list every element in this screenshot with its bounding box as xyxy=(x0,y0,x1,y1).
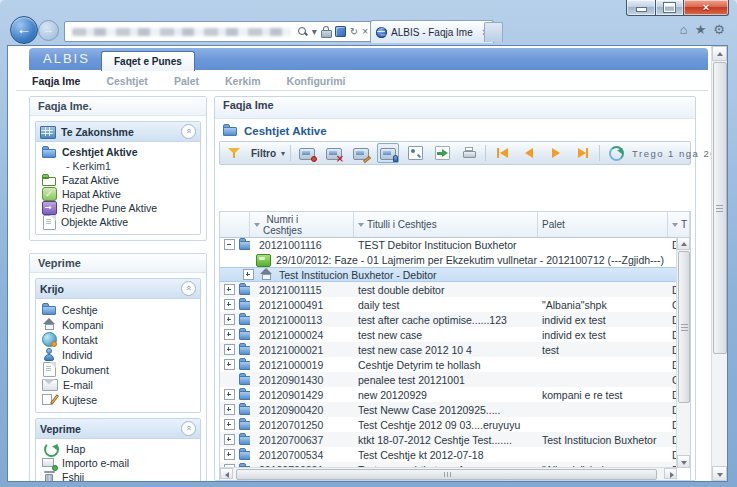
expand-node-icon[interactable] xyxy=(224,419,235,430)
first-page-button[interactable] xyxy=(491,143,513,163)
expand-node-icon[interactable] xyxy=(224,314,235,325)
sidebar-item-ceshtjet-aktive[interactable]: Ceshtjet Aktive xyxy=(42,145,196,159)
expand-node-icon[interactable] xyxy=(224,299,235,310)
back-button[interactable]: ← xyxy=(10,16,38,44)
expand-node-icon[interactable] xyxy=(243,269,254,280)
sidebar-item-rrjedhe-pune-aktive[interactable]: Rrjedhe Pune Aktive xyxy=(42,201,196,215)
case-assign-button[interactable] xyxy=(377,143,399,163)
sidebar-item-dokument[interactable]: Dokument xyxy=(42,362,196,377)
case-delete-button[interactable] xyxy=(323,143,345,163)
sidebar-item-hapat-aktive[interactable]: Hapat Aktive xyxy=(42,187,196,201)
filtro-caret-icon[interactable]: ▾ xyxy=(281,149,285,158)
case-row[interactable]: 20120900420Test Neww Case 20120925.....D… xyxy=(220,402,690,417)
group-te-zakonshme-header[interactable]: Te Zakonshme « xyxy=(36,122,200,142)
group-krijo-header[interactable]: Krijo« xyxy=(36,279,200,299)
home-icon[interactable]: ⌂ xyxy=(680,20,688,40)
compatibility-view-icon[interactable] xyxy=(335,26,346,37)
sidebar-item-individ[interactable]: Individ xyxy=(42,347,196,362)
menu-item-faqja-ime[interactable]: Faqja Ime xyxy=(32,75,80,87)
case-row[interactable]: 20121000019Ceshtje Detyrim te hollashDe xyxy=(220,357,690,372)
sidebar-item-ceshtje[interactable]: Ceshtje xyxy=(42,302,196,317)
scroll-down-button[interactable] xyxy=(677,455,690,468)
expand-node-icon[interactable] xyxy=(224,359,235,370)
sidebar-item-e-mail[interactable]: E-mail xyxy=(42,377,196,392)
export-button[interactable] xyxy=(431,143,453,163)
collapse-chevron-icon[interactable]: « xyxy=(181,124,196,139)
browser-vscroll-thumb[interactable] xyxy=(713,62,727,354)
scroll-down-button[interactable] xyxy=(712,466,727,481)
search-icon[interactable] xyxy=(297,26,308,37)
column-header-numri-i-ceshtjes[interactable]: Numri i Ceshtjes xyxy=(250,212,354,237)
faze-row[interactable]: 29/10/2012: Faze - 01 Lajmerim per Ekzek… xyxy=(220,252,690,267)
sidebar-item-fshij[interactable]: Fshij xyxy=(42,470,196,481)
new-tab-button[interactable] xyxy=(484,22,503,42)
sidebar-item-importo-e-mail[interactable]: Importo e-mail xyxy=(42,456,196,470)
ceshtjet-aktive-link[interactable]: Ceshtjet Aktive xyxy=(244,125,327,137)
stop-icon[interactable]: × xyxy=(362,23,368,40)
refresh-page-icon[interactable]: ↻ xyxy=(350,23,358,40)
case-row[interactable]: 20120901429new 20120929kompani e re test… xyxy=(220,387,690,402)
search-dropdown-icon[interactable]: ▾ xyxy=(312,23,317,40)
favorites-icon[interactable]: ★ xyxy=(695,20,707,40)
case-row[interactable]: 20120901430penalee test 20121001Gj xyxy=(220,372,690,387)
scroll-up-button[interactable] xyxy=(712,46,727,61)
refresh-button[interactable] xyxy=(605,143,627,163)
case-row[interactable]: 20121000021test new case 2012 10 4testDe xyxy=(220,342,690,357)
menu-item-kerkim[interactable]: Kerkim xyxy=(225,75,261,87)
collapse-chevron-icon[interactable]: « xyxy=(181,421,196,436)
menu-item-konfigurimi[interactable]: Konfigurimi xyxy=(287,75,346,87)
filtro-dropdown-label[interactable]: Filtro xyxy=(251,148,276,159)
next-page-button[interactable] xyxy=(545,143,567,163)
workspace-tab[interactable]: Faqet e Punes xyxy=(101,51,195,71)
settings-gear-icon[interactable]: ⚙ xyxy=(713,20,725,40)
browser-tab[interactable]: ALBIS - Faqja Ime × xyxy=(370,20,494,43)
grid-hscroll-thumb[interactable] xyxy=(236,469,657,480)
expand-node-icon[interactable] xyxy=(224,344,235,355)
last-page-button[interactable] xyxy=(572,143,594,163)
case-save-button[interactable] xyxy=(296,143,318,163)
filter-button[interactable] xyxy=(224,143,246,163)
collapse-node-icon[interactable] xyxy=(224,239,235,250)
expand-node-icon[interactable] xyxy=(224,449,235,460)
sidebar-item-kontakt[interactable]: Kontakt xyxy=(42,332,196,347)
expand-node-icon[interactable] xyxy=(224,329,235,340)
expand-node-icon[interactable] xyxy=(224,284,235,295)
sidebar-item-fazat-aktive[interactable]: Fazat Aktive xyxy=(42,173,196,187)
case-row[interactable]: 20120700534Test Ceshtje kt 2012-07-18De xyxy=(220,447,690,462)
address-bar[interactable]: ▾ ↻ × xyxy=(64,21,374,42)
maximize-button[interactable] xyxy=(656,0,684,16)
grid-vscroll-thumb[interactable] xyxy=(678,251,690,403)
preview-button[interactable] xyxy=(404,143,426,163)
case-row[interactable]: 20121001115test double debitorDe xyxy=(220,282,690,297)
expand-node-icon[interactable] xyxy=(224,404,235,415)
close-window-button[interactable]: × xyxy=(684,0,729,16)
menu-item-ceshtjet[interactable]: Ceshtjet xyxy=(106,75,147,87)
column-header-palet[interactable]: Palet xyxy=(538,212,668,237)
sidebar-item-kerkim1[interactable]: - Kerkim1 xyxy=(42,159,196,173)
collapse-chevron-icon[interactable]: « xyxy=(181,281,196,296)
party-row[interactable]: Test Institucion Buxhetor - Debitor xyxy=(220,267,690,282)
case-row[interactable]: 20121000113test after cache optimise....… xyxy=(220,312,690,327)
case-row[interactable]: 20121000491daily test"Albania"shpkGj xyxy=(220,297,690,312)
sidebar-item-kompani[interactable]: Kompani xyxy=(42,317,196,332)
case-row[interactable]: 20121001116TEST Debitor Institucion Buxh… xyxy=(220,237,690,252)
print-button[interactable] xyxy=(458,143,480,163)
scroll-up-button[interactable] xyxy=(677,237,690,250)
grid-horizontal-scrollbar[interactable] xyxy=(220,467,677,480)
expand-node-icon[interactable] xyxy=(224,434,235,445)
scroll-left-button[interactable] xyxy=(220,468,233,479)
menu-item-palet[interactable]: Palet xyxy=(174,75,199,87)
column-header-expand[interactable] xyxy=(220,212,250,237)
forward-button[interactable]: → xyxy=(38,20,59,41)
case-row[interactable]: 20120701250Test Ceshtje 2012 09 03....er… xyxy=(220,417,690,432)
case-row[interactable]: 20121000024test new caseindivid ex testD… xyxy=(220,327,690,342)
expand-node-icon[interactable] xyxy=(224,389,235,400)
minimize-button[interactable] xyxy=(626,0,656,16)
browser-vertical-scrollbar[interactable] xyxy=(711,46,727,481)
scroll-right-button[interactable] xyxy=(664,468,677,479)
column-header-titulli-i-ceshtjes[interactable]: Titulli i Ceshtjes xyxy=(354,212,538,237)
sidebar-item-objekte-aktive[interactable]: Objekte Aktive xyxy=(42,215,196,229)
sidebar-item-hap[interactable]: Hap xyxy=(42,442,196,456)
case-row[interactable]: 20120700637ktkt 18-07-2012 Ceshtje Test.… xyxy=(220,432,690,447)
group-veprime-header[interactable]: Veprime« xyxy=(36,419,200,439)
